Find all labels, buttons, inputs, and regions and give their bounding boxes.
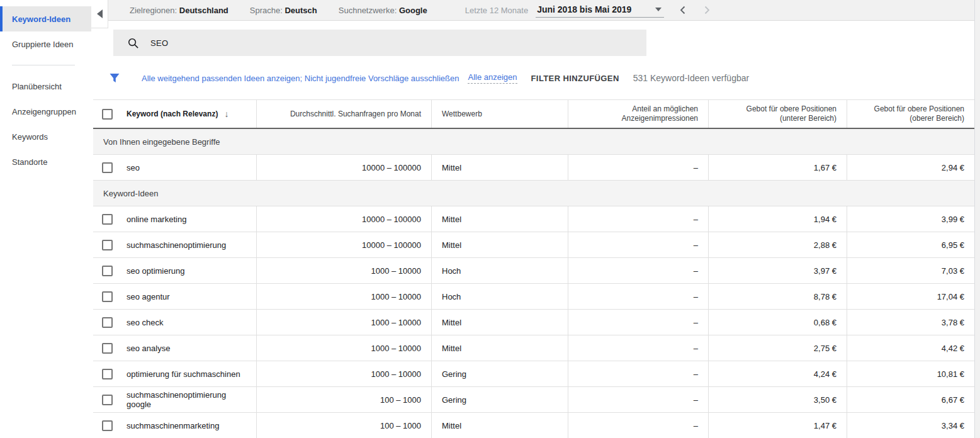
competition-cell: Gering <box>432 361 568 386</box>
table-row: seo agentur 1000 – 10000 Hoch – 8,78 € 1… <box>93 284 974 310</box>
bid-high-cell: 3,99 € <box>847 206 974 232</box>
row-checkbox[interactable] <box>102 162 113 173</box>
table-row: suchmaschinenoptimierung google 100 – 10… <box>93 387 974 413</box>
active-filters-link[interactable]: Alle weitgehend passenden Ideen anzeigen… <box>142 74 459 83</box>
sidebar-item-label: Anzeigengruppen <box>12 107 76 116</box>
impression-share-cell: – <box>568 310 709 335</box>
competition-cell: Mittel <box>432 310 568 335</box>
keyword-cell: suchmaschinenmarketing <box>127 421 219 430</box>
header-bid-low[interactable]: Gebot für obere Positionen (unterer Bere… <box>709 100 847 128</box>
row-checkbox[interactable] <box>102 420 113 431</box>
table-row: suchmaschinenmarketing 100 – 1000 Mittel… <box>93 413 974 438</box>
bid-high-cell: 10,81 € <box>847 361 974 386</box>
search-input[interactable] <box>150 38 591 48</box>
bid-low-cell: 0,68 € <box>709 310 847 335</box>
search-icon <box>127 37 139 49</box>
row-checkbox[interactable] <box>102 343 113 354</box>
setting-value: Google <box>399 6 427 15</box>
bid-low-cell: 1,94 € <box>709 206 847 232</box>
header-impression-share[interactable]: Anteil an möglichen Anzeigenimpressionen <box>568 100 709 128</box>
competition-cell: Mittel <box>432 413 568 438</box>
row-checkbox[interactable] <box>102 395 113 405</box>
searches-cell: 10000 – 100000 <box>257 206 432 232</box>
chevron-down-icon <box>655 8 662 11</box>
bid-high-cell: 17,04 € <box>847 284 974 309</box>
setting-zielregionen[interactable]: Zielregionen: Deutschland <box>130 6 228 15</box>
setting-label: Sprache: <box>250 6 283 15</box>
search-row <box>91 21 980 56</box>
header-searches[interactable]: Durchschnittl. Suchanfragen pro Monat <box>257 100 432 128</box>
prev-period-button[interactable] <box>678 5 688 15</box>
setting-suchnetzwerke[interactable]: Suchnetzwerke: Google <box>339 6 427 15</box>
header-label: Durchschnittl. Suchanfragen pro Monat <box>290 110 421 119</box>
keyword-cell: optimierung für suchmaschinen <box>127 369 240 379</box>
date-range-label: Letzte 12 Monate <box>465 6 528 15</box>
row-checkbox[interactable] <box>102 266 113 276</box>
header-keyword[interactable]: Keyword (nach Relevanz) ↓ <box>93 100 257 128</box>
collapse-arrow-icon <box>97 9 103 18</box>
impression-share-cell: – <box>568 387 709 412</box>
searches-cell: 1000 – 10000 <box>257 335 432 361</box>
row-checkbox[interactable] <box>102 317 113 328</box>
impression-share-cell: – <box>568 155 709 180</box>
row-checkbox[interactable] <box>102 214 113 225</box>
competition-cell: Mittel <box>432 155 568 180</box>
table-row: seo 10000 – 100000 Mittel – 1,67 € 2,94 … <box>93 155 974 181</box>
table-row: seo check 1000 – 10000 Mittel – 0,68 € 3… <box>93 310 974 335</box>
searches-cell: 1000 – 10000 <box>257 361 432 386</box>
row-checkbox[interactable] <box>102 291 113 302</box>
bid-high-cell: 6,67 € <box>847 387 974 412</box>
bid-low-cell: 1,67 € <box>709 155 847 180</box>
section-label: Von Ihnen eingegebene Begriffe <box>103 137 220 147</box>
impression-share-cell: – <box>568 232 709 257</box>
bid-high-cell: 3,34 € <box>847 413 974 438</box>
search-box[interactable] <box>113 30 646 56</box>
select-all-checkbox[interactable] <box>102 109 113 120</box>
bid-high-cell: 4,42 € <box>847 335 974 361</box>
competition-cell: Hoch <box>432 284 568 309</box>
vertical-scrollbar[interactable] <box>974 0 980 438</box>
setting-sprache[interactable]: Sprache: Deutsch <box>250 6 317 15</box>
header-label: Gebot für obere Positionen (oberer Berei… <box>857 104 964 123</box>
searches-cell: 1000 – 10000 <box>257 258 432 283</box>
impression-share-cell: – <box>568 335 709 361</box>
impression-share-cell: – <box>568 361 709 386</box>
header-label: Wettbewerb <box>442 110 482 119</box>
competition-cell: Mittel <box>432 232 568 257</box>
sidebar-item-planuebersicht[interactable]: Planübersicht <box>0 74 91 99</box>
main-panel: Zielregionen: Deutschland Sprache: Deuts… <box>91 0 980 438</box>
keyword-cell: suchmaschinenoptimierung <box>127 240 226 250</box>
collapse-panel-button[interactable] <box>91 0 108 28</box>
sidebar-item-keywords[interactable]: Keywords <box>0 124 91 149</box>
sidebar-item-standorte[interactable]: Standorte <box>0 149 91 174</box>
sidebar-item-anzeigengruppen[interactable]: Anzeigengruppen <box>0 99 91 124</box>
competition-cell: Mittel <box>432 335 568 361</box>
sidebar-item-gruppierte-ideen[interactable]: Gruppierte Ideen <box>0 31 91 57</box>
section-header: Von Ihnen eingegebene Begriffe <box>93 129 974 155</box>
filter-bar: Alle weitgehend passenden Ideen anzeigen… <box>108 70 980 86</box>
date-range-dropdown[interactable]: Juni 2018 bis Mai 2019 <box>536 3 664 18</box>
date-range-value: Juni 2018 bis Mai 2019 <box>537 4 631 14</box>
table-row: optimierung für suchmaschinen 1000 – 100… <box>93 361 974 387</box>
bid-low-cell: 1,47 € <box>709 413 847 438</box>
searches-cell: 100 – 1000 <box>257 413 432 438</box>
header-bid-high[interactable]: Gebot für obere Positionen (oberer Berei… <box>847 100 974 128</box>
add-filter-button[interactable]: FILTER HINZUFÜGEN <box>531 74 619 83</box>
searches-cell: 1000 – 10000 <box>257 284 432 309</box>
table-row: seo analyse 1000 – 10000 Mittel – 2,75 €… <box>93 335 974 361</box>
row-checkbox[interactable] <box>102 369 113 379</box>
show-all-link[interactable]: Alle anzeigen <box>468 72 517 84</box>
row-checkbox[interactable] <box>102 240 113 250</box>
keyword-cell: online marketing <box>127 215 186 224</box>
header-competition[interactable]: Wettbewerb <box>432 100 568 128</box>
table-header-row: Keyword (nach Relevanz) ↓ Durchschnittl.… <box>93 100 974 129</box>
header-keyword-label: Keyword (nach Relevanz) <box>127 110 218 119</box>
next-period-button[interactable] <box>702 5 712 15</box>
keyword-table: Keyword (nach Relevanz) ↓ Durchschnittl.… <box>93 99 974 438</box>
impression-share-cell: – <box>568 284 709 309</box>
keyword-count: 531 Keyword-Ideen verfügbar <box>633 73 749 83</box>
header-label: Gebot für obere Positionen (unterer Bere… <box>719 104 836 123</box>
sidebar-item-keyword-ideen[interactable]: Keyword-Ideen <box>0 6 91 31</box>
table-row: online marketing 10000 – 100000 Mittel –… <box>93 206 974 232</box>
table-row: suchmaschinenoptimierung 10000 – 100000 … <box>93 232 974 258</box>
